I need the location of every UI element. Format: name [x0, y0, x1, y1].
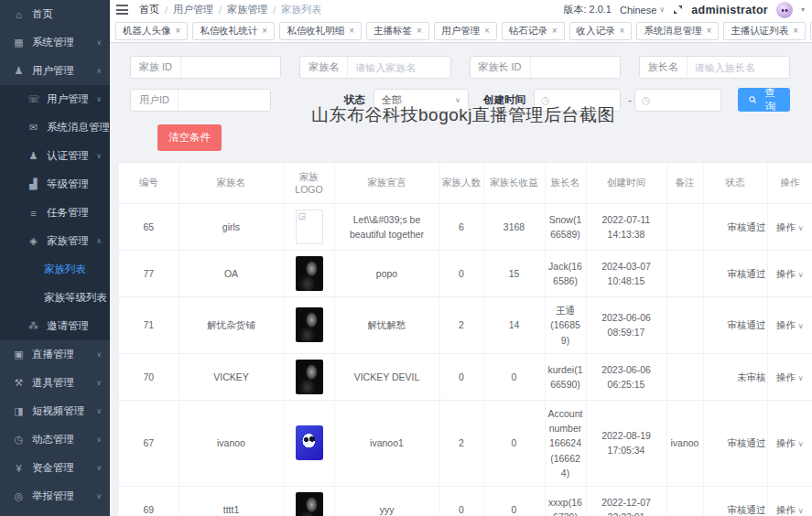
user-icon: ♟	[13, 65, 25, 77]
cell-family-logo	[284, 400, 334, 486]
tab[interactable]: 机器人头像 ×	[115, 22, 188, 40]
avatar[interactable]	[776, 2, 793, 18]
filter-row-1: 家族 ID 家族名 家族长 ID 族长名	[130, 56, 790, 79]
operation-dropdown-button[interactable]: 操作 ∨	[776, 268, 804, 279]
tab-close-icon[interactable]: ×	[176, 27, 181, 36]
tab-close-icon[interactable]: ×	[706, 27, 711, 36]
family-id-group: 家族 ID	[130, 56, 281, 79]
sidebar-item[interactable]: ♟ 用户管理 ∧	[0, 57, 110, 85]
tab[interactable]: 主播认证列表 ×	[723, 22, 806, 40]
cell-created-time: 2022-12-07 22:23:01	[586, 487, 666, 516]
cell-family-logo	[284, 251, 334, 297]
sidebar-item[interactable]: ◈ 家族管理 ∧	[0, 227, 110, 255]
cell-created-time: 2024-03-07 10:48:15	[586, 251, 666, 297]
family-id-label: 家族 ID	[131, 57, 181, 78]
date-range-separator: -	[628, 94, 632, 105]
fullscreen-icon[interactable]	[673, 5, 683, 15]
clear-conditions-button[interactable]: 清空条件	[157, 124, 222, 151]
sidebar-item[interactable]: 家族列表	[0, 255, 110, 284]
operation-dropdown-button[interactable]: 操作 ∨	[776, 504, 804, 515]
sidebar-item[interactable]: ≡ 任务管理	[0, 199, 110, 227]
tab-close-icon[interactable]: ×	[349, 27, 354, 36]
username-label[interactable]: administrator	[691, 4, 768, 16]
cell-family-name: girls	[179, 204, 284, 251]
sidebar-item[interactable]: ⚒ 道具管理 ∨	[0, 369, 110, 397]
hamburger-icon[interactable]	[116, 5, 128, 15]
cell-status: 审核通过	[703, 204, 767, 251]
family-name-group: 家族名	[299, 56, 450, 79]
cell-operation: 操作 ∨	[767, 251, 812, 297]
cell-remark	[666, 487, 703, 516]
chevron-down-icon: ∨	[96, 350, 102, 359]
tab[interactable]: 钻石记录 ×	[502, 22, 565, 40]
tab-close-icon[interactable]: ×	[484, 27, 490, 36]
sidebar-item[interactable]: ♟ 认证管理 ∨	[0, 142, 110, 170]
tab[interactable]: 用户管理 ×	[434, 22, 497, 40]
sidebar-item[interactable]: ◎ 举报管理 ∨	[0, 482, 110, 511]
language-selector[interactable]: Chinese ∨	[620, 5, 665, 16]
tab[interactable]: 私信收礼明细 ×	[279, 22, 362, 40]
sidebar-item[interactable]: 家族等级列表	[0, 284, 110, 312]
column-header: 备注	[666, 163, 703, 204]
cell-leader-income: 15	[483, 251, 545, 297]
created-time-to-input[interactable]: ◷	[634, 89, 721, 112]
cell-family-name: ivanoo	[179, 400, 284, 486]
leader-name-input[interactable]	[687, 57, 789, 78]
family-name-label: 家族名	[300, 57, 348, 78]
operation-dropdown-button[interactable]: 操作 ∨	[776, 319, 804, 330]
chevron-down-icon: ∨	[96, 464, 102, 472]
cell-leader-income: 3168	[483, 204, 545, 251]
cell-leader-income: 14	[483, 297, 545, 354]
sidebar-item[interactable]: ◷ 动态管理 ∨	[0, 425, 110, 454]
short-video-icon: ◨	[13, 405, 25, 417]
cell-operation: 操作 ∨	[767, 204, 812, 251]
tab[interactable]: 主播标签 ×	[366, 22, 429, 40]
sidebar-item[interactable]: ▟ 等级管理	[0, 170, 110, 199]
created-time-from-input[interactable]: ◷	[534, 89, 621, 112]
sidebar-item[interactable]: ⌂ 首页	[0, 0, 110, 28]
family-id-input[interactable]	[181, 57, 280, 78]
live-icon: ▣	[13, 349, 25, 360]
cell-leader-name: xxxp(166729)	[545, 487, 586, 516]
family-name-input[interactable]	[348, 57, 449, 78]
tab-close-icon[interactable]: ×	[417, 27, 422, 36]
created-time-label: 创建时间	[483, 93, 525, 107]
sidebar-item[interactable]: ▣ 直播管理 ∨	[0, 340, 110, 369]
cell-family-logo	[284, 353, 334, 400]
family-logo-image	[296, 210, 323, 244]
tab[interactable]: 系统消息管理 ×	[636, 22, 719, 40]
family-table: 编号家族名家族LOGO家族宣言家族人数家族长收益族长名创建时间备注状态操作 65…	[119, 162, 812, 516]
family-leader-id-input[interactable]	[531, 57, 620, 78]
tab[interactable]: 收入记录 ×	[569, 22, 633, 40]
cell-status: 审核通过	[703, 400, 767, 486]
search-button[interactable]: 查询	[738, 88, 790, 112]
breadcrumb-item[interactable]: 用户管理	[173, 3, 213, 16]
breadcrumb-item[interactable]: 首页	[139, 3, 159, 16]
sidebar-item[interactable]: ◨ 短视频管理 ∨	[0, 397, 110, 425]
sidebar-item[interactable]: ¥ 资金管理 ∨	[0, 454, 110, 482]
breadcrumb-item[interactable]: 家族管理	[227, 3, 267, 16]
chevron-down-icon: ∨	[798, 322, 804, 330]
sidebar-item[interactable]: ☏ 用户管理 ∨	[0, 85, 110, 113]
cell-motto: 解忧解愁	[334, 297, 439, 354]
sidebar-item[interactable]: ⁂ 邀请管理	[0, 312, 110, 340]
sidebar-item[interactable]: ✉ 系统消息管理	[0, 113, 110, 142]
tab-close-icon[interactable]: ×	[793, 27, 798, 36]
column-header: 族长名	[545, 163, 586, 204]
chevron-down-icon: ∨	[96, 407, 102, 415]
chevron-up-icon: ∧	[96, 237, 102, 245]
tab[interactable]: 私信收礼统计 ×	[192, 22, 275, 40]
status-select[interactable]: 全部 ∨	[374, 89, 469, 112]
tab-close-icon[interactable]: ×	[620, 27, 625, 36]
family-logo-image	[296, 256, 323, 291]
tab-close-icon[interactable]: ×	[262, 27, 267, 36]
column-header: 状态	[703, 163, 767, 204]
filter-panel: 家族 ID 家族名 家族长 ID 族长名	[110, 44, 812, 162]
user-id-input[interactable]	[179, 90, 270, 111]
tab-close-icon[interactable]: ×	[552, 27, 558, 36]
sidebar: ⌂ 首页 ▦ 系统管理 ∨ ♟ 用户管理 ∧ ☏ 用户管理 ∨ ✉ 系统消息管理…	[0, 0, 110, 516]
operation-dropdown-button[interactable]: 操作 ∨	[776, 437, 804, 448]
operation-dropdown-button[interactable]: 操作 ∨	[776, 221, 804, 232]
operation-dropdown-button[interactable]: 操作 ∨	[776, 371, 804, 382]
sidebar-item[interactable]: ▦ 系统管理 ∨	[0, 28, 110, 57]
